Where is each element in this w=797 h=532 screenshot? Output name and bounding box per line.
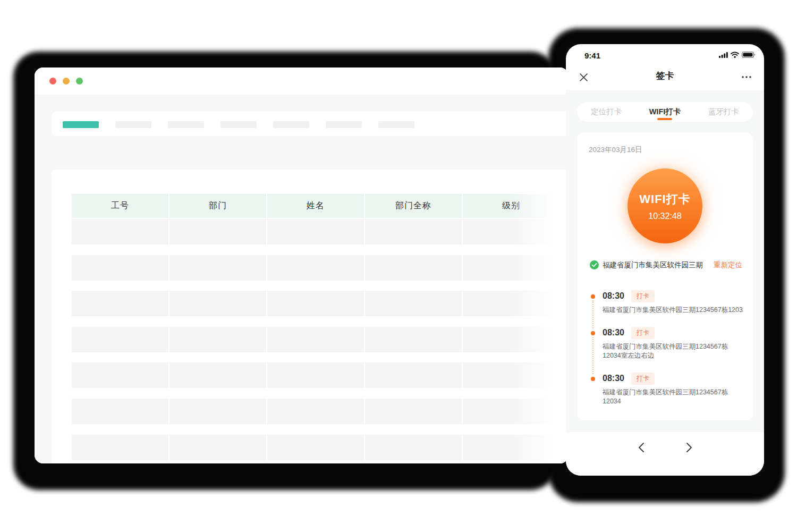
table-header-cell: 部门 xyxy=(169,194,266,218)
record-badge: 打卡 xyxy=(631,327,655,339)
checkin-records: 08:30打卡福建省厦门市集美区软件园三期1234567栋120308:30打卡… xyxy=(577,290,753,418)
location-text: 福建省厦门市集美区软件园三期 xyxy=(603,260,703,270)
status-time: 9:41 xyxy=(584,51,600,60)
window-zoom-button[interactable] xyxy=(76,78,83,85)
table-row xyxy=(72,291,569,316)
table-body xyxy=(72,219,569,463)
toolbar-tab-placeholder[interactable] xyxy=(115,121,151,128)
timeline-connector xyxy=(592,300,593,328)
table-row xyxy=(72,435,569,460)
record-address: 福建省厦门市集美区软件园三期1234567栋12034室左边右边 xyxy=(603,342,743,360)
table-cell-placeholder xyxy=(365,255,462,281)
table-row xyxy=(72,219,569,244)
wifi-icon xyxy=(731,52,739,58)
browser-window: 工号部门姓名部门全称级别 xyxy=(35,67,569,463)
table-cell-placeholder xyxy=(267,435,364,460)
window-titlebar xyxy=(35,67,569,95)
status-icons xyxy=(719,52,756,58)
punch-button-label: WIFI打卡 xyxy=(639,191,690,207)
chevron-left-icon[interactable] xyxy=(633,440,649,455)
record-time: 08:30 xyxy=(603,328,624,337)
table-cell-placeholder xyxy=(72,255,168,281)
table-cell-placeholder xyxy=(365,435,462,460)
table-header-cell: 姓名 xyxy=(267,194,364,218)
window-content: 工号部门姓名部门全称级别 xyxy=(35,95,569,463)
date-label: 2023年03月16日 xyxy=(589,145,642,155)
page: 工号部门姓名部门全称级别 9:41 xyxy=(0,0,797,532)
record-time: 08:30 xyxy=(603,374,624,383)
punch-button-time: 10:32:48 xyxy=(648,212,681,221)
table-row xyxy=(72,399,569,424)
record-address: 福建省厦门市集美区软件园三期1234567栋12034 xyxy=(603,388,743,406)
active-tab-indicator xyxy=(657,118,672,120)
punch-button[interactable]: WIFI打卡 10:32:48 xyxy=(628,168,702,243)
table-cell-placeholder xyxy=(169,435,266,460)
checkin-record: 08:30打卡福建省厦门市集美区软件园三期1234567栋12034 xyxy=(577,373,753,406)
phone-body: 定位打卡WIFI打卡蓝牙打卡 2023年03月16日 WIFI打卡 10:32:… xyxy=(566,90,764,432)
table-header-cell: 级别 xyxy=(463,194,559,218)
record-address: 福建省厦门市集美区软件园三期1234567栋1203 xyxy=(603,306,743,315)
signal-icon xyxy=(719,52,728,58)
table-cell-placeholder xyxy=(463,362,559,388)
data-table-card: 工号部门姓名部门全称级别 xyxy=(52,170,569,463)
timeline-dot xyxy=(591,331,595,335)
table-cell-placeholder xyxy=(463,435,559,460)
record-badge: 打卡 xyxy=(631,373,655,385)
table-cell-placeholder xyxy=(365,291,462,316)
check-circle-icon xyxy=(590,260,599,272)
table-cell-placeholder xyxy=(169,255,266,281)
record-badge: 打卡 xyxy=(631,290,655,302)
table-cell-placeholder xyxy=(169,219,266,244)
checkin-record: 08:30打卡福建省厦门市集美区软件园三期1234567栋1203 xyxy=(577,290,753,315)
status-bar: 9:41 xyxy=(566,44,764,66)
tab-label: 定位打卡 xyxy=(591,107,622,117)
table-cell-placeholder xyxy=(72,362,168,388)
tab-location-punch[interactable]: 定位打卡 xyxy=(577,102,635,122)
table-cell-placeholder xyxy=(169,399,266,424)
table-cell-placeholder xyxy=(72,327,168,352)
relocate-link[interactable]: 重新定位 xyxy=(714,260,742,270)
toolbar-tab-active[interactable] xyxy=(63,121,99,128)
table-cell-placeholder xyxy=(267,219,364,244)
punch-mode-tabs: 定位打卡WIFI打卡蓝牙打卡 xyxy=(577,102,753,122)
table-cell-placeholder xyxy=(72,291,168,316)
table-cell-placeholder xyxy=(463,399,559,424)
toolbar-tab-placeholder[interactable] xyxy=(221,121,257,128)
table-cell-placeholder xyxy=(72,435,168,460)
table-header-row: 工号部门姓名部门全称级别 xyxy=(72,184,569,218)
checkin-card: 2023年03月16日 WIFI打卡 10:32:48 福建省厦门市集美区软件园… xyxy=(577,133,753,420)
table-cell-placeholder xyxy=(463,255,559,281)
table-row xyxy=(72,327,569,352)
table-cell-placeholder xyxy=(72,399,168,424)
pager-bar xyxy=(566,432,764,476)
table-header-cell: 部门全称 xyxy=(365,194,462,218)
tab-bluetooth-punch[interactable]: 蓝牙打卡 xyxy=(694,102,753,122)
more-icon[interactable] xyxy=(739,69,754,85)
window-close-button[interactable] xyxy=(49,78,56,85)
timeline-dot xyxy=(591,294,595,299)
table-cell-placeholder xyxy=(169,362,266,388)
table-header-cell: 工号 xyxy=(72,194,168,218)
table-cell-placeholder xyxy=(267,327,364,352)
window-minimize-button[interactable] xyxy=(63,78,70,85)
table-cell-placeholder xyxy=(365,219,462,244)
table-cell-placeholder xyxy=(463,219,559,244)
table-cell-placeholder xyxy=(365,327,462,352)
toolbar-tab-placeholder[interactable] xyxy=(326,121,362,128)
tab-label: WIFI打卡 xyxy=(649,107,681,117)
table-cell-placeholder xyxy=(463,291,559,316)
toolbar-tab-placeholder[interactable] xyxy=(378,121,414,128)
table-cell-placeholder xyxy=(365,399,462,424)
tab-wifi-punch[interactable]: WIFI打卡 xyxy=(635,102,694,122)
toolbar-tab-placeholder[interactable] xyxy=(168,121,204,128)
chevron-right-icon[interactable] xyxy=(681,440,697,455)
table-cell-placeholder xyxy=(267,291,364,316)
table-cell-placeholder xyxy=(169,327,266,352)
phone-nav-bar: 签卡 xyxy=(566,66,764,90)
table-row xyxy=(72,362,569,388)
toolbar-tab-placeholder[interactable] xyxy=(273,121,309,128)
battery-icon xyxy=(742,52,756,58)
timeline-connector xyxy=(592,337,593,374)
timeline-dot xyxy=(591,377,595,381)
table-cell-placeholder xyxy=(365,362,462,388)
